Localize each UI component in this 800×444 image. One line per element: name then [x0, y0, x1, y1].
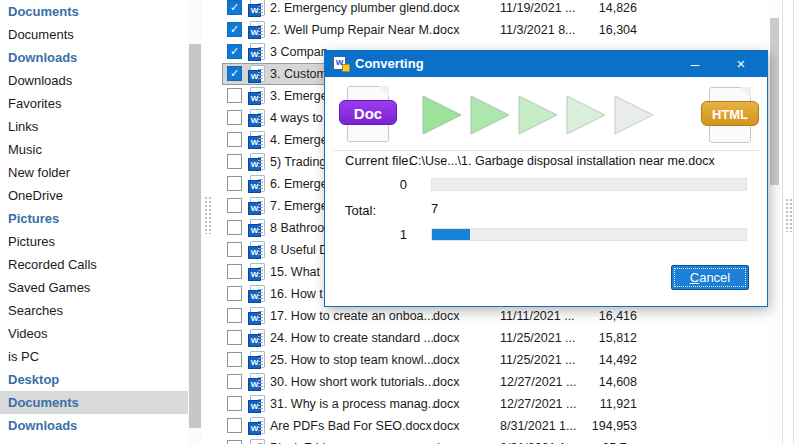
sidebar-folder-label: Videos	[8, 326, 48, 341]
word-file-icon: W	[250, 285, 265, 302]
text-lines-icon	[258, 245, 263, 256]
text-lines-icon	[258, 377, 263, 388]
row-checkbox[interactable]: ✓	[227, 154, 242, 169]
word-file-icon: W	[250, 87, 265, 104]
file-row[interactable]: ✓ W 25. How to stop team knowl... docx 1…	[214, 349, 770, 371]
sidebar-folder-item[interactable]: Recorded Calls	[0, 253, 188, 276]
row-checkbox[interactable]: ✓	[227, 330, 242, 345]
row-checkbox[interactable]: ✓	[227, 440, 242, 444]
check-icon: ✓	[230, 45, 239, 57]
sidebar-folder-item[interactable]: Videos	[0, 322, 188, 345]
row-checkbox[interactable]: ✓	[227, 374, 242, 389]
dialog-title: Converting	[355, 51, 424, 77]
row-checkbox[interactable]: ✓	[227, 418, 242, 433]
sidebar-folder-label: Searches	[8, 303, 63, 318]
sidebar-folder-label: Recorded Calls	[8, 257, 97, 272]
sidebar-folder-label: New folder	[8, 165, 70, 180]
sidebar-folder-item[interactable]: Favorites	[0, 92, 188, 115]
file-name: Are PDFs Bad For SEO.docx	[270, 415, 432, 437]
file-size: 14,608	[544, 371, 637, 393]
row-checkbox[interactable]: ✓	[227, 286, 242, 301]
sidebar-folder-item[interactable]: Documents	[0, 23, 188, 46]
sidebar-scrollbar-thumb[interactable]	[189, 44, 201, 428]
sidebar-folder-item[interactable]: Pictures	[0, 230, 188, 253]
row-checkbox[interactable]: ✓	[227, 352, 242, 367]
row-checkbox[interactable]: ✓	[227, 242, 242, 257]
row-checkbox[interactable]: ✓	[227, 44, 242, 59]
converting-dialog: W Converting – × Doc HTML Current file: …	[324, 50, 768, 307]
row-checkbox[interactable]: ✓	[227, 88, 242, 103]
word-file-icon: W	[250, 351, 265, 368]
sidebar-folder-item[interactable]: New folder	[0, 161, 188, 184]
file-name: 16. How t	[270, 283, 323, 305]
sidebar-folder-item[interactable]: Documents	[0, 391, 188, 414]
file-row[interactable]: ✓ W 24. How to create standard ... docx …	[214, 327, 770, 349]
folder-tree: Documents Documents Downloads Downloads …	[0, 0, 188, 444]
row-checkbox[interactable]: ✓	[227, 176, 242, 191]
sidebar-folder-item[interactable]: Documents	[0, 0, 188, 23]
file-row[interactable]: ✓ W 30. How short work tutorials... docx…	[214, 371, 770, 393]
close-button[interactable]: ×	[719, 51, 763, 77]
file-list-scrollbar[interactable]	[770, 0, 780, 444]
file-row[interactable]: ✓ W 2. Well Pump Repair Near M... docx 1…	[214, 19, 770, 41]
file-list-scrollbar-thumb[interactable]	[770, 18, 779, 185]
sidebar-folder-item[interactable]: is PC	[0, 345, 188, 368]
sidebar-folder-item[interactable]: Downloads	[0, 414, 188, 437]
file-type: docx	[433, 437, 459, 444]
row-checkbox[interactable]: ✓	[227, 66, 242, 81]
total-count: 7	[431, 200, 438, 218]
panel-divider	[793, 0, 794, 444]
current-file-label: Current file:	[345, 152, 412, 170]
file-name: Black Frid...	[270, 437, 336, 444]
sidebar-folder-item[interactable]: Downloads	[0, 69, 188, 92]
row-checkbox[interactable]: ✓	[227, 132, 242, 147]
sidebar-folder-label: Downloads	[8, 73, 72, 88]
text-lines-icon	[258, 47, 263, 58]
row-checkbox[interactable]: ✓	[227, 396, 242, 411]
cancel-button[interactable]: Cancel	[671, 265, 749, 290]
row-checkbox[interactable]: ✓	[227, 22, 242, 37]
sidebar-folder-label: Favorites	[8, 96, 61, 111]
sidebar-folder-item[interactable]: Saved Games	[0, 276, 188, 299]
file-type: docx	[433, 349, 459, 371]
row-checkbox[interactable]: ✓	[227, 308, 242, 323]
file-progress-bar	[431, 178, 747, 191]
dialog-titlebar[interactable]: W Converting – ×	[325, 51, 767, 77]
file-type: docx	[433, 415, 459, 437]
text-lines-icon	[258, 399, 263, 410]
sidebar-folder-item[interactable]: Music	[0, 138, 188, 161]
file-row[interactable]: ✓ W 17. How to create an onboa... docx 1…	[214, 305, 770, 327]
sidebar-folder-item[interactable]: Links	[0, 115, 188, 138]
file-size: 14,492	[544, 349, 637, 371]
text-lines-icon	[258, 135, 263, 146]
text-lines-icon	[258, 157, 263, 168]
file-type: docx	[433, 305, 459, 327]
word-file-icon: W	[250, 21, 265, 38]
row-checkbox[interactable]: ✓	[227, 0, 242, 15]
sidebar-folder-item[interactable]: OneDrive	[0, 184, 188, 207]
file-row[interactable]: ✓ W 31. Why is a process manag... docx 1…	[214, 393, 770, 415]
file-name: 4. Emerge	[270, 129, 328, 151]
file-name: 3. Emerge	[270, 85, 328, 107]
row-checkbox[interactable]: ✓	[227, 198, 242, 213]
sidebar-folder-item[interactable]: Searches	[0, 299, 188, 322]
sidebar-folder-item[interactable]: Downloads	[0, 46, 188, 69]
minimize-button[interactable]: –	[673, 51, 717, 77]
file-name: 2. Emergency plumber glend...	[270, 0, 440, 19]
right-splitter-grip-icon[interactable]	[785, 198, 792, 232]
row-checkbox[interactable]: ✓	[227, 264, 242, 279]
sidebar-folder-item[interactable]: Pictures	[0, 207, 188, 230]
sidebar-scrollbar[interactable]	[188, 0, 202, 444]
sidebar-folder-label: Documents	[8, 395, 79, 410]
file-row[interactable]: ✓ W 2. Emergency plumber glend... docx 1…	[214, 0, 770, 19]
row-checkbox[interactable]: ✓	[227, 220, 242, 235]
sidebar-folder-label: Documents	[8, 27, 74, 42]
word-file-icon: W	[250, 417, 265, 434]
file-size: 25,7...	[544, 437, 637, 444]
sidebar-folder-item[interactable]: Desktop	[0, 368, 188, 391]
file-row[interactable]: ✓ W Are PDFs Bad For SEO.docx docx 8/31/…	[214, 415, 770, 437]
text-lines-icon	[258, 3, 263, 14]
row-checkbox[interactable]: ✓	[227, 110, 242, 125]
file-row[interactable]: ✓ W Black Frid... docx 8/31/2021 1... 25…	[214, 437, 770, 444]
left-splitter[interactable]	[202, 0, 214, 444]
